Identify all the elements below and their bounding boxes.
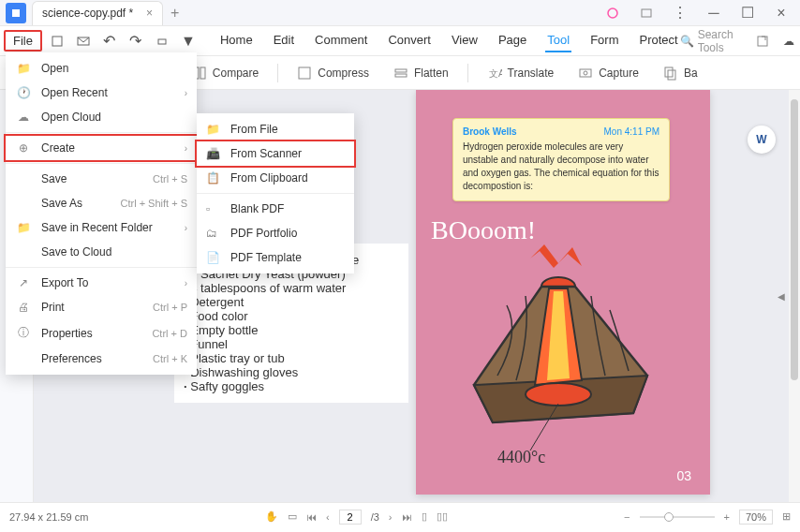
single-page-icon[interactable]: ▯ — [422, 510, 427, 523]
svg-rect-10 — [200, 67, 205, 79]
menu-save-as[interactable]: Save AsCtrl + Shift + S — [6, 191, 197, 215]
maximize-icon[interactable]: ☐ — [736, 2, 759, 24]
undo-icon[interactable]: ↶ — [98, 30, 121, 52]
close-tab-icon[interactable]: × — [146, 7, 153, 20]
submenu-blank-pdf[interactable]: ▫Blank PDF — [197, 197, 354, 221]
save-icon[interactable] — [46, 30, 68, 52]
word-export-badge[interactable]: W — [748, 126, 776, 154]
first-page-icon[interactable]: ⏮ — [306, 511, 317, 523]
last-page-icon[interactable]: ⏭ — [402, 511, 412, 523]
assistant-icon[interactable] — [601, 2, 624, 24]
page-total: /3 — [371, 511, 379, 523]
tab-home[interactable]: Home — [218, 29, 255, 52]
scroll-thumb[interactable] — [791, 99, 798, 380]
create-submenu: 📁From File 📠From Scanner 📋From Clipboard… — [197, 113, 354, 273]
svg-rect-12 — [395, 69, 407, 72]
zoom-thumb[interactable] — [664, 512, 674, 522]
menu-open-cloud[interactable]: ☁Open Cloud — [6, 105, 197, 129]
svg-rect-5 — [158, 39, 166, 44]
template-icon: 📄 — [206, 251, 221, 264]
menu-save-recent-folder[interactable]: 📁Save in Recent Folder› — [6, 215, 197, 240]
print-icon[interactable] — [151, 30, 173, 52]
compare-tool[interactable]: Compare — [186, 62, 264, 84]
capture-tool[interactable]: Capture — [572, 62, 644, 84]
clock-icon: 🕐 — [15, 86, 32, 99]
submenu-pdf-portfolio[interactable]: 🗂PDF Portfolio — [197, 221, 354, 245]
list-item: Safty goggles — [184, 379, 399, 393]
menu-export[interactable]: ↗Export To› — [6, 271, 197, 295]
list-item: Detergent — [184, 295, 399, 309]
tab-tool[interactable]: Tool — [545, 29, 571, 52]
prev-page-icon[interactable]: ‹ — [326, 511, 330, 523]
submenu-pdf-template[interactable]: 📄PDF Template — [197, 245, 354, 270]
submenu-from-clipboard[interactable]: 📋From Clipboard — [197, 166, 354, 190]
menu-print[interactable]: 🖨PrintCtrl + P — [6, 295, 197, 319]
plus-icon: ⊕ — [15, 141, 32, 155]
page-dimensions: 27.94 x 21.59 cm — [9, 511, 88, 523]
right-collapse-arrow[interactable]: ◀ — [778, 287, 785, 305]
search-tools[interactable]: 🔍 Search Tools — [680, 28, 747, 54]
list-item: Food color — [184, 309, 399, 323]
svg-rect-18 — [668, 70, 675, 80]
notification-icon[interactable] — [635, 2, 658, 24]
kebab-menu-icon[interactable]: ⋮ — [669, 2, 691, 24]
zoom-slider[interactable] — [640, 516, 715, 518]
compress-tool[interactable]: Compress — [291, 62, 375, 84]
dropdown-icon[interactable]: ▼ — [177, 30, 200, 52]
vertical-scrollbar[interactable] — [789, 90, 800, 502]
tab-convert[interactable]: Convert — [386, 29, 433, 52]
translate-tool[interactable]: 文ATranslate — [481, 62, 560, 84]
materials-list: 125ml 10% Hydrogen Peroxide 1 Sachet Dry… — [184, 253, 399, 393]
add-tab-button[interactable]: + — [170, 5, 179, 22]
separator — [277, 64, 278, 82]
tab-protect[interactable]: Protect — [637, 29, 679, 52]
tab-view[interactable]: View — [450, 29, 480, 52]
menu-preferences[interactable]: PreferencesCtrl + K — [6, 347, 197, 371]
minimize-icon[interactable]: ─ — [703, 2, 725, 24]
hand-tool-icon[interactable]: ✋ — [265, 510, 278, 523]
next-page-icon[interactable]: › — [389, 511, 393, 523]
svg-rect-13 — [395, 74, 407, 77]
flatten-tool[interactable]: Flatten — [388, 62, 454, 84]
boom-text: BOooom! — [431, 215, 536, 245]
share-icon[interactable] — [754, 30, 772, 52]
close-window-icon[interactable]: × — [770, 2, 793, 24]
mail-icon[interactable] — [72, 30, 95, 52]
tab-page[interactable]: Page — [496, 29, 528, 52]
zoom-percent[interactable]: 70% — [739, 510, 773, 525]
svg-rect-17 — [665, 67, 673, 77]
menu-open[interactable]: 📁Open — [6, 56, 197, 81]
temperature-label: 4400°c — [497, 448, 545, 467]
file-menu-button[interactable]: File — [4, 30, 42, 52]
list-item: Empty bottle — [184, 323, 399, 337]
chevron-right-icon: › — [185, 223, 187, 233]
batch-tool[interactable]: Ba — [658, 62, 704, 84]
fit-page-icon[interactable]: ⊞ — [782, 510, 791, 523]
menu-open-recent[interactable]: 🕐Open Recent› — [6, 81, 197, 105]
folder-icon: 📁 — [206, 123, 221, 136]
redo-icon[interactable]: ↷ — [125, 30, 147, 52]
annotation-note[interactable]: Brook Wells Mon 4:11 PM Hydrogen peroxid… — [452, 118, 670, 201]
submenu-from-file[interactable]: 📁From File — [197, 117, 354, 141]
menu-create[interactable]: ⊕Create› — [4, 134, 199, 162]
cloud-icon[interactable]: ☁ — [779, 30, 797, 52]
menu-properties[interactable]: ⓘPropertiesCtrl + D — [6, 319, 197, 347]
list-item: Funnel — [184, 337, 399, 351]
tab-edit[interactable]: Edit — [272, 29, 296, 52]
separator — [197, 193, 354, 194]
zoom-in-icon[interactable]: + — [724, 511, 730, 523]
document-tab[interactable]: science-copy.pdf * × — [32, 1, 163, 25]
separator — [6, 163, 197, 164]
zoom-out-icon[interactable]: − — [624, 511, 630, 523]
two-page-icon[interactable]: ▯▯ — [437, 510, 448, 523]
menu-save-cloud[interactable]: Save to Cloud — [6, 240, 197, 264]
page-number-input[interactable] — [339, 510, 362, 525]
print-icon: 🖨 — [15, 301, 32, 314]
file-dropdown-menu: 📁Open 🕐Open Recent› ☁Open Cloud ⊕Create›… — [6, 52, 197, 375]
separator — [6, 267, 197, 268]
tab-form[interactable]: Form — [588, 29, 620, 52]
select-tool-icon[interactable]: ▭ — [288, 510, 297, 523]
tab-comment[interactable]: Comment — [313, 29, 369, 52]
menu-save[interactable]: SaveCtrl + S — [6, 167, 197, 191]
submenu-from-scanner[interactable]: 📠From Scanner — [195, 140, 356, 168]
